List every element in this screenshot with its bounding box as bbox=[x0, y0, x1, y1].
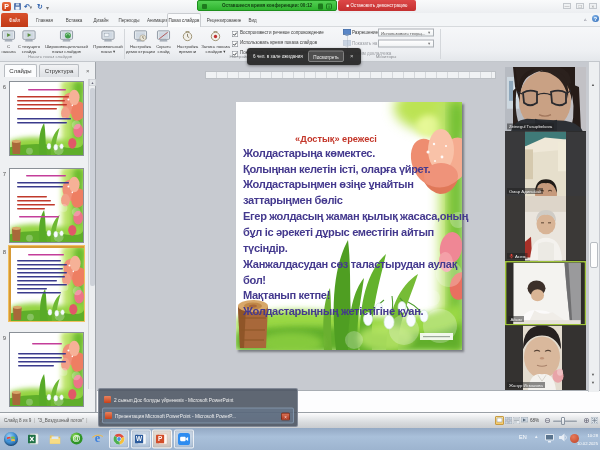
svg-text:P: P bbox=[158, 435, 163, 442]
svg-text:e: e bbox=[95, 432, 101, 445]
svg-text:@: @ bbox=[72, 434, 80, 443]
svg-text:W: W bbox=[136, 435, 143, 442]
